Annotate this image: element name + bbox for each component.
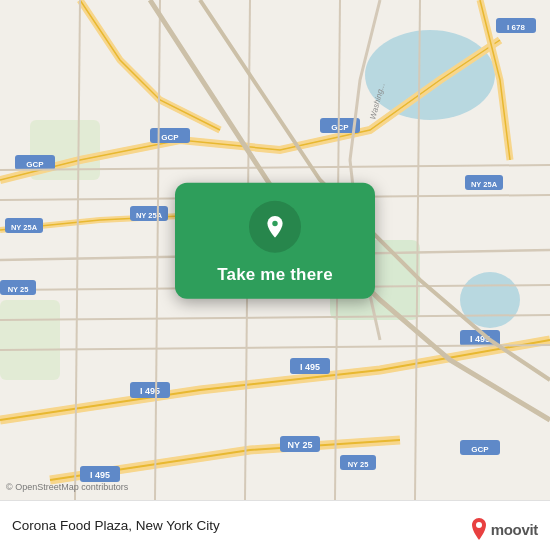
svg-text:GCP: GCP [161,133,179,142]
bottom-bar: Corona Food Plaza, New York City moovit [0,500,550,550]
svg-text:NY 25A: NY 25A [471,180,498,189]
svg-text:I 495: I 495 [90,470,110,480]
svg-text:GCP: GCP [471,445,489,454]
location-label: Corona Food Plaza, New York City [12,518,220,533]
moovit-text: moovit [491,521,538,538]
svg-text:NY 25: NY 25 [288,440,313,450]
map-container: I 495 I 495 I 495 I 495 NY 25 GCP GCP GC… [0,0,550,500]
take-me-there-button[interactable]: Take me there [217,265,333,285]
location-pin-icon [262,214,288,240]
svg-text:I 678: I 678 [507,23,525,32]
svg-text:NY 25A: NY 25A [11,223,38,232]
svg-text:GCP: GCP [26,160,44,169]
svg-point-50 [476,522,482,528]
moovit-logo: moovit [470,518,538,540]
moovit-logo-icon [470,518,488,540]
svg-text:GCP: GCP [331,123,349,132]
svg-rect-5 [0,300,60,380]
svg-text:© OpenStreetMap contributors: © OpenStreetMap contributors [6,482,129,492]
svg-text:I 495: I 495 [300,362,320,372]
svg-text:NY 25: NY 25 [8,285,29,294]
svg-text:NY 25: NY 25 [348,460,369,469]
location-icon-wrap [249,201,301,253]
svg-point-49 [272,221,277,226]
popup-card: Take me there [175,183,375,299]
svg-point-1 [365,30,495,120]
